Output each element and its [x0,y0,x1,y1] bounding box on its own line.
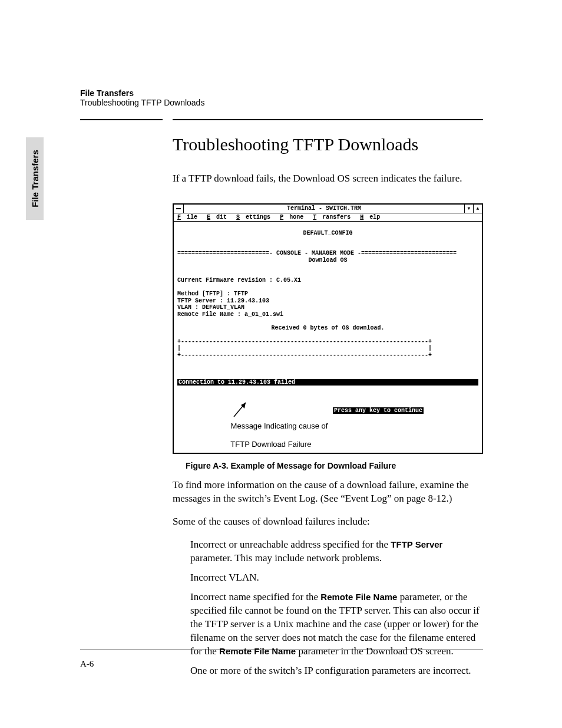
terminal-window: Terminal - SWITCH.TRM ▼ ▲ File Edit Sett… [173,203,483,454]
maximize-icon: ▲ [473,205,482,213]
t-line1: TFTP Server : 11.29.43.103 [177,298,269,304]
running-head: File Transfers Troubleshooting TFTP Down… [80,88,204,107]
t-received: Received 0 bytes of OS download. [177,325,478,332]
side-tab-label: File Transfers [30,150,40,207]
menu-edit: Edit [207,214,227,220]
para-list-intro: Some of the causes of download failures … [173,515,483,529]
running-head-sub: Troubleshooting TFTP Downloads [80,98,204,107]
menu-help: Help [360,214,380,220]
side-tab: File Transfers [26,137,44,220]
page-number: A-6 [80,659,94,669]
bullet-3: Incorrect name specified for the Remote … [190,591,483,658]
t-blank [177,243,181,250]
t-blank2 [177,271,181,277]
menu-settings: Settings [236,214,270,220]
t-blank3 [177,284,181,291]
t-bar-mid: | | [177,345,432,351]
figure-caption: Figure A-3. Example of Message for Downl… [186,461,483,470]
bullet-4: One or more of the switch’s IP configura… [190,664,483,678]
rule-short [80,119,163,120]
t-subtitle: Download OS [177,257,478,264]
menu-phone: Phone [280,214,303,220]
window-title: Terminal - SWITCH.TRM [184,205,464,213]
t-bar-bot: +---------------------------------------… [177,352,432,358]
t-line3: Remote File Name : a_01_01.swi [177,311,283,318]
menu-file: File [177,214,197,220]
menu-transfers: Transfers [313,214,351,220]
t-blank5 [177,358,181,365]
t-blank4 [177,318,181,324]
t-header-right: DEFAULT_CONFIG [177,230,478,237]
t-mode: ==========================- CONSOLE - MA… [177,250,457,256]
menubar: File Edit Settings Phone Transfers Help [174,213,482,222]
page-title: Troubleshooting TFTP Downloads [173,134,483,154]
callout-text: Message Indicating cause of TFTP Downloa… [201,412,328,458]
figure-a3: Terminal - SWITCH.TRM ▼ ▲ File Edit Sett… [173,203,483,471]
rule-long [173,119,483,120]
t-bar-top: +---------------------------------------… [177,338,432,345]
bullet-2: Incorrect VLAN. [190,571,483,585]
t-line2: VLAN : DEFAULT_VLAN [177,304,244,311]
callout-l1: Message Indicating cause of [231,421,328,430]
t-fail: Connection to 11.29.43.103 failed [177,379,478,386]
system-menu-icon [174,205,184,213]
t-line0: Method [TFTP] : TFTP [177,291,248,297]
window-titlebar: Terminal - SWITCH.TRM ▼ ▲ [174,205,482,213]
para-eventlog: To find more information on the cause of… [173,479,483,506]
body-column: Troubleshooting TFTP Downloads If a TFTP… [173,134,483,684]
running-head-title: File Transfers [80,88,134,98]
t-blank6 [177,365,181,372]
callout-l2: TFTP Download Failure [230,440,311,449]
bullet-list: Incorrect or unreachable address specifi… [190,538,483,677]
footer-rule [80,650,483,650]
terminal-body: DEFAULT_CONFIG =========================… [174,222,482,453]
t-blank7 [177,372,181,378]
bullet-1: Incorrect or unreachable address specifi… [190,538,483,565]
lead-paragraph: If a TFTP download fails, the Download O… [173,172,483,186]
t-firmware: Current Firmware revision : C.05.X1 [177,277,301,284]
callout-row: Press any key to continue Message Indica… [177,399,478,434]
minimize-icon: ▼ [464,205,473,213]
